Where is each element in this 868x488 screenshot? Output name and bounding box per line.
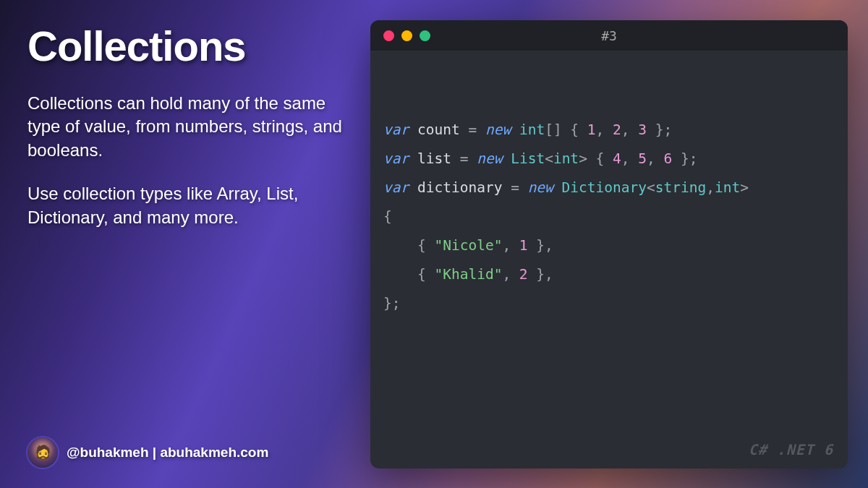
description-paragraph-2: Use collection types like Array, List, D… [27,182,353,229]
keyword-new: new [477,150,502,167]
left-column: Collections Collections can hold many of… [27,22,353,229]
comma: , [647,150,663,167]
window-title: #3 [370,28,848,43]
indent [383,237,417,254]
keyword-var: var [383,179,409,196]
avatar: 🧔 [27,437,58,468]
angle-bracket: < [647,179,655,196]
number: 5 [638,150,647,167]
number: 3 [638,121,647,138]
indent [383,266,417,283]
keyword-new: new [485,121,511,138]
language-tag: C# .NET 6 [749,441,833,458]
keyword-var: var [383,150,409,167]
number: 1 [519,237,528,254]
string-literal: "Khalid" [434,266,502,283]
bracket: }; [647,121,672,138]
angle-bracket: < [545,150,553,167]
code-window: #3 var count = new int[] { 1, 2, 3 }; va… [370,20,848,468]
type-int: int [553,150,579,167]
brace: }, [528,237,553,254]
comma: , [706,179,715,196]
page-title: Collections [27,22,353,70]
comma: , [621,121,638,138]
footer: 🧔 @buhakmeh | abuhakmeh.com [27,437,268,468]
operator: = [502,179,527,196]
type-dictionary: Dictionary [562,179,647,196]
keyword-new: new [528,179,553,196]
identifier: count [417,121,460,138]
type-int: int [519,121,545,138]
brace: { [383,208,392,225]
website: abuhakmeh.com [160,445,268,460]
operator: = [451,150,477,167]
twitter-handle: @buhakmeh [67,445,149,460]
bracket: [] { [545,121,587,138]
number: 2 [519,266,528,283]
number: 4 [613,150,621,167]
comma: , [502,237,519,254]
description-paragraph-1: Collections can hold many of the same ty… [27,92,353,162]
angle-bracket: > { [579,150,613,167]
number: 2 [613,121,621,138]
number: 1 [587,121,596,138]
type-list: List [511,150,545,167]
comma: , [596,121,613,138]
separator: | [149,445,161,460]
code-body: var count = new int[] { 1, 2, 3 }; var l… [370,51,848,318]
keyword-var: var [383,121,409,138]
identifier: dictionary [417,179,502,196]
identifier: list [417,150,451,167]
angle-bracket: > [740,179,749,196]
operator: = [460,121,485,138]
comma: , [502,266,519,283]
brace: { [417,237,434,254]
brace: { [417,266,434,283]
window-titlebar: #3 [370,20,848,51]
number: 6 [664,150,673,167]
comma: , [621,150,638,167]
author-handle: @buhakmeh | abuhakmeh.com [67,445,268,461]
string-literal: "Nicole" [434,237,502,254]
bracket: }; [672,150,697,167]
brace: }, [528,266,553,283]
type-string: string [655,179,706,196]
type-int: int [715,179,740,196]
brace: }; [383,295,400,312]
